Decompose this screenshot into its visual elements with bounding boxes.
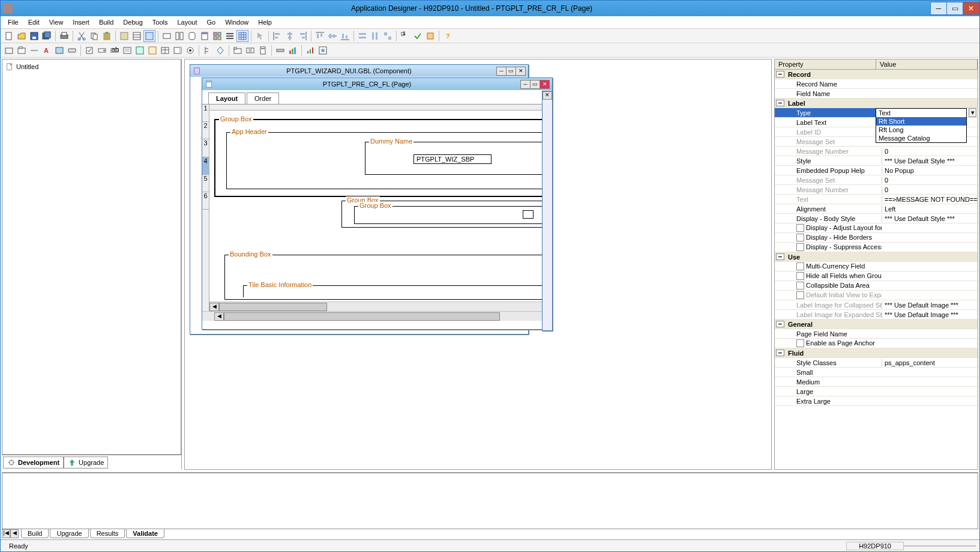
menu-edit[interactable]: Edit — [23, 17, 44, 27]
pushbutton-tool-icon[interactable] — [244, 44, 256, 56]
copy-icon[interactable] — [88, 30, 100, 42]
build-icon[interactable] — [424, 30, 436, 42]
scroll-tool-icon[interactable] — [172, 44, 184, 56]
proprow-label-14[interactable]: Display - Suppress Accessibil... — [775, 243, 978, 252]
insert-field-icon[interactable] — [173, 30, 185, 42]
output-tab-validate[interactable]: Validate — [126, 529, 164, 538]
validate-icon[interactable] — [412, 30, 424, 42]
output-body[interactable] — [2, 473, 978, 529]
tab-upgrade[interactable]: Upgrade — [64, 456, 108, 469]
dummy-name-box[interactable]: Dummy Name PTGPLT_WIZ_SBP — [365, 142, 552, 175]
propgrid-vscroll[interactable] — [972, 11, 980, 552]
dropdown-option-1[interactable]: Rft Short — [876, 117, 966, 126]
pivot-tool-icon[interactable] — [317, 44, 329, 56]
page-tab-order[interactable]: Order — [247, 93, 279, 104]
output-nav-prev-icon[interactable]: ◀ — [10, 529, 19, 538]
analytics-tool-icon[interactable] — [304, 44, 316, 56]
tab-development[interactable]: Development — [3, 456, 64, 469]
html-tool-icon[interactable] — [214, 44, 226, 56]
menu-view[interactable]: View — [44, 17, 68, 27]
grid-toggle-icon[interactable] — [143, 30, 155, 42]
longedit-tool-icon[interactable] — [121, 44, 133, 56]
maximize-button[interactable]: ▭ — [946, 2, 963, 15]
menu-file[interactable]: File — [3, 17, 23, 27]
dropdown-option-2[interactable]: Rft Long — [876, 126, 966, 134]
propgroup-record[interactable]: −Record — [775, 70, 978, 79]
horizontal-rule-tool-icon[interactable] — [274, 44, 286, 56]
proprow-label-5[interactable]: Style*** Use Default Style *** — [775, 156, 978, 166]
proprow-label-7[interactable]: Message Set0 — [775, 175, 978, 185]
tree-tool-icon[interactable] — [202, 44, 214, 56]
proprow-record-1[interactable]: Field Name — [775, 89, 978, 99]
dropdown-option-3[interactable]: Message Catalog — [876, 134, 966, 142]
tile-basic-box[interactable]: Tile Basic Information — [243, 285, 552, 297]
type-dropdown-list[interactable]: TextRft ShortRft LongMessage Catalog — [876, 108, 967, 143]
save-icon[interactable] — [28, 30, 40, 42]
menu-layout[interactable]: Layout — [172, 17, 202, 27]
app-header-box[interactable]: App Header Dummy Name PTGPLT_WIZ_SBP — [226, 132, 552, 189]
properties-icon[interactable] — [131, 30, 143, 42]
menu-insert[interactable]: Insert — [68, 17, 94, 27]
mdi-page-max-icon[interactable]: ▭ — [530, 80, 540, 89]
mdi-min-icon[interactable]: ─ — [496, 67, 507, 76]
mdi-hidden-window[interactable]: ✕ — [542, 91, 553, 331]
secpage-tool-icon[interactable] — [146, 44, 158, 56]
tabstrip-tool-icon[interactable] — [232, 44, 244, 56]
proprow-record-0[interactable]: Record Name — [775, 79, 978, 89]
proprow-general-0[interactable]: Page Field Name — [775, 329, 978, 339]
page-window-hscroll[interactable]: ◀ ▶ — [202, 311, 552, 321]
align-middle-icon[interactable] — [326, 30, 338, 42]
bounding-box[interactable]: Bounding Box Tile Basic Information — [224, 255, 552, 300]
menu-window[interactable]: Window — [220, 17, 253, 27]
same-size-icon[interactable] — [382, 30, 394, 42]
image-tool-icon[interactable] — [53, 44, 65, 56]
same-width-icon[interactable] — [356, 30, 368, 42]
line-icon[interactable] — [28, 44, 40, 56]
same-height-icon[interactable] — [369, 30, 381, 42]
propgroup-general[interactable]: −General — [775, 320, 978, 329]
field-wiz-sbp[interactable]: PTGPLT_WIZ_SBP — [413, 154, 492, 164]
print-icon[interactable] — [58, 30, 70, 42]
align-top-icon[interactable] — [314, 30, 326, 42]
groupbox-2[interactable]: Group Box Group Box — [341, 201, 552, 228]
menu-debug[interactable]: Debug — [118, 17, 147, 27]
proprow-use-3[interactable]: Default Initial View to Expan... — [775, 291, 978, 300]
proprow-use-2[interactable]: Collapsible Data Area — [775, 281, 978, 291]
proprow-fluid-1[interactable]: Small — [775, 368, 978, 377]
open-icon[interactable] — [16, 30, 28, 42]
proprow-fluid-4[interactable]: Extra Large — [775, 396, 978, 406]
proprow-use-5[interactable]: Label Image for Expanded State*** Use De… — [775, 310, 978, 320]
minimize-button[interactable]: ─ — [930, 2, 947, 15]
proprow-fluid-2[interactable]: Medium — [775, 377, 978, 387]
proprow-label-4[interactable]: Message Number0 — [775, 147, 978, 156]
insert-page-icon[interactable] — [199, 30, 211, 42]
proprow-label-12[interactable]: Display - Adjust Layout for Hi... — [775, 223, 978, 233]
help-icon[interactable]: ? — [442, 30, 454, 42]
project-tree[interactable]: Untitled — [2, 59, 181, 455]
menu-help[interactable]: Help — [253, 17, 277, 27]
output-tab-build[interactable]: Build — [21, 529, 49, 538]
radio-tool-icon[interactable] — [184, 44, 196, 56]
proprow-label-6[interactable]: Embedded Popup HelpNo Popup — [775, 166, 978, 175]
mdi-close-icon[interactable]: ✕ — [516, 67, 526, 76]
output-tab-results[interactable]: Results — [90, 529, 125, 538]
dropdown-tool-icon[interactable] — [96, 44, 108, 56]
checkbox-tool-icon[interactable] — [83, 44, 95, 56]
groupbox-3[interactable]: Group Box — [354, 206, 552, 224]
align-bottom-icon[interactable] — [339, 30, 351, 42]
insert-component-icon[interactable] — [211, 30, 223, 42]
text-tool-icon[interactable]: A — [41, 44, 53, 56]
insert-record-icon[interactable] — [161, 30, 173, 42]
groupbox-tool-icon[interactable] — [16, 44, 28, 56]
proprow-use-4[interactable]: Label Image for Collapsed State*** Use D… — [775, 300, 978, 310]
new-icon[interactable] — [3, 30, 15, 42]
insert-sql-icon[interactable] — [186, 30, 198, 42]
propgroup-label[interactable]: −Label — [775, 99, 978, 108]
menu-go[interactable]: Go — [202, 17, 220, 27]
proprow-label-13[interactable]: Display - Hide Borders — [775, 233, 978, 243]
output-nav-first-icon[interactable]: |◀ — [2, 529, 10, 538]
hidden-close-icon[interactable]: ✕ — [543, 91, 552, 100]
proprow-label-10[interactable]: AlignmentLeft — [775, 204, 978, 214]
paste-icon[interactable] — [101, 30, 113, 42]
mdi-page-window[interactable]: PTGPLT_PRE_CR_FL (Page) ─ ▭ ✕ Layout Ord… — [202, 77, 553, 330]
